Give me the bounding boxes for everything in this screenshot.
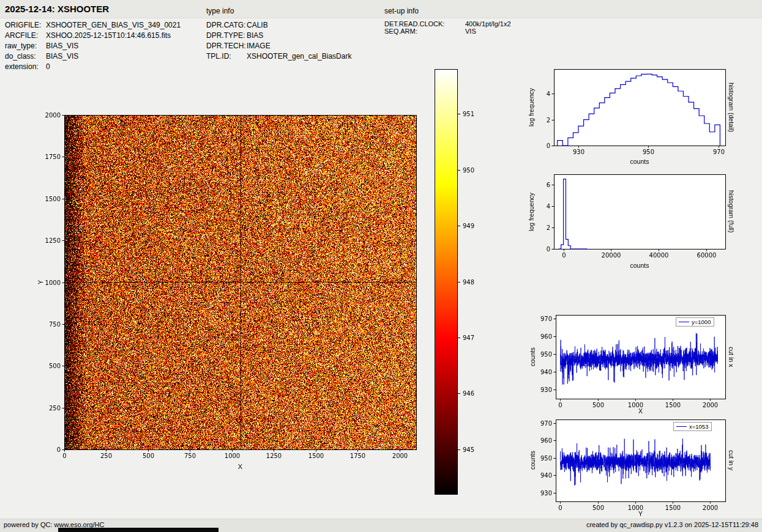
bias-image-canvas — [37, 103, 425, 470]
meta-value: 0 — [46, 62, 50, 71]
hist-detail-canvas — [523, 63, 734, 164]
hist-detail-ylabel: log frequency — [526, 69, 536, 146]
meta-row-tpl-id: TPL.ID:XSHOOTER_gen_cal_BiasDark — [206, 52, 351, 61]
meta-row-dpr-catg: DPR.CATG:CALIB — [206, 21, 268, 29]
type-info-heading: type info — [206, 7, 234, 15]
cut-x-side-label: cut in x — [727, 315, 736, 399]
bottom-black-strip — [58, 528, 219, 532]
cut-y-legend: x=1053 — [673, 422, 712, 431]
cut-x-ylabel: counts — [528, 315, 537, 399]
bias-image-xlabel: X — [64, 463, 416, 470]
setup-info-heading: set-up info — [384, 7, 419, 15]
meta-label: do_class: — [5, 52, 46, 61]
meta-value: BIAS_VIS — [46, 42, 78, 50]
meta-value: XSHOOTER_GEN_BIAS_VIS_349_0021 — [46, 21, 181, 29]
hist-full-canvas — [523, 168, 734, 269]
meta-value: VIS — [465, 28, 476, 35]
meta-row-arcfile: ARCFILE:XSHOO.2025-12-15T10:14:46.615.fi… — [5, 31, 171, 40]
meta-row-raw-type: raw_type:BIAS_VIS — [5, 42, 78, 50]
meta-label: raw_type: — [5, 42, 46, 50]
meta-row-seq-arm: SEQ.ARM:VIS — [384, 28, 476, 35]
bias-image-ylabel: Y — [35, 115, 45, 449]
meta-label: extension: — [5, 62, 46, 71]
meta-value: CALIB — [247, 21, 268, 29]
page-title: 2025-12-14: XSHOOTER — [5, 4, 109, 14]
footer-created-by: created by qc_rawdisp.py v1.2.3 on 2025-… — [586, 521, 758, 528]
meta-row-read-clock: DET.READ.CLOCK:400k/1pt/lg/1x2 — [384, 20, 511, 28]
meta-label: DPR.TYPE: — [206, 31, 247, 40]
meta-value: 400k/1pt/lg/1x2 — [465, 20, 511, 28]
meta-row-origfile: ORIGFILE:XSHOOTER_GEN_BIAS_VIS_349_0021 — [5, 21, 181, 29]
hist-full-ylabel: log frequency — [526, 174, 536, 249]
hist-detail-xlabel: counts — [554, 158, 725, 165]
meta-value: IMAGE — [247, 42, 271, 50]
meta-label: DET.READ.CLOCK: — [384, 20, 465, 28]
meta-value: BIAS — [247, 31, 263, 40]
meta-label: ORIGFILE: — [5, 21, 46, 29]
hist-detail-side-label: histogram (detail) — [727, 69, 736, 146]
cut-y-xlabel: Y — [556, 510, 725, 517]
meta-value: XSHOOTER_gen_cal_BiasDark — [247, 52, 351, 61]
header-band — [0, 0, 762, 18]
cut-x-legend-label: y=1000 — [692, 319, 711, 325]
meta-value: XSHOO.2025-12-15T10:14:46.615.fits — [46, 31, 171, 40]
meta-label: DPR.TECH: — [206, 42, 247, 50]
meta-label: ARCFILE: — [5, 31, 46, 40]
colorbar-canvas — [431, 67, 484, 498]
meta-label: TPL.ID: — [206, 52, 247, 61]
qc-report-page: 2025-12-14: XSHOOTER type info set-up in… — [0, 0, 762, 532]
cut-x-legend: y=1000 — [676, 317, 714, 327]
hist-full-side-label: histogram (full) — [727, 174, 736, 249]
meta-row-dpr-type: DPR.TYPE:BIAS — [206, 31, 263, 40]
meta-value: BIAS_VIS — [46, 52, 78, 61]
cut-y-legend-label: x=1053 — [689, 423, 708, 430]
hist-full-xlabel: counts — [554, 262, 725, 269]
legend-line-icon — [679, 322, 689, 322]
meta-row-do-class: do_class:BIAS_VIS — [5, 52, 78, 61]
legend-line-icon — [676, 426, 687, 427]
cut-x-xlabel: X — [556, 407, 725, 415]
meta-row-extension: extension:0 — [5, 62, 50, 71]
cut-y-ylabel: counts — [528, 419, 537, 501]
meta-label: SEQ.ARM: — [384, 28, 465, 35]
meta-row-dpr-tech: DPR.TECH:IMAGE — [206, 42, 271, 50]
meta-label: DPR.CATG: — [206, 21, 247, 29]
cut-y-side-label: cut in y — [727, 419, 736, 501]
